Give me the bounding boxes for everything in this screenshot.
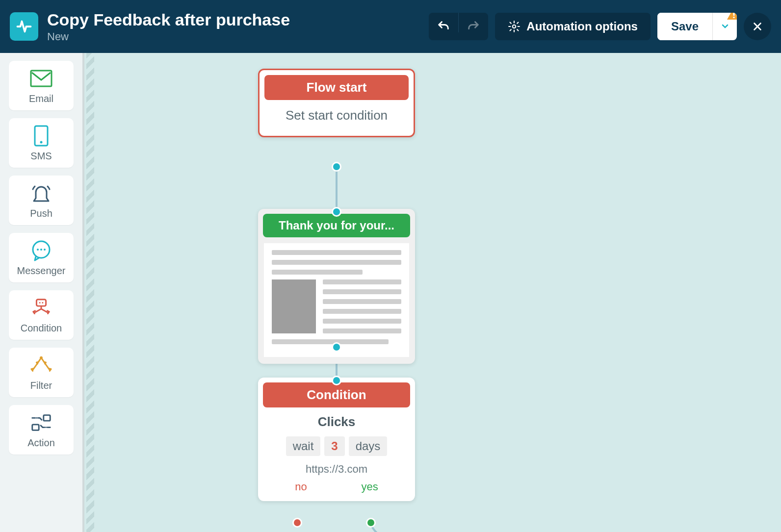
flow-canvas[interactable]: Flow start Set start condition Thank you… [86, 53, 781, 532]
wait-prefix: wait [286, 436, 321, 456]
palette-push[interactable]: Push [9, 176, 74, 225]
email-icon [29, 68, 53, 89]
connector [359, 521, 545, 532]
palette-email[interactable]: Email [9, 61, 74, 110]
port-no[interactable] [292, 518, 302, 528]
palette-action[interactable]: Action [9, 405, 74, 455]
close-button[interactable] [744, 13, 771, 40]
palette-label: Action [27, 437, 55, 449]
palette-filter[interactable]: Filter [9, 348, 74, 397]
branch-yes-label: yes [361, 481, 378, 493]
node-header: Condition [263, 382, 410, 407]
wait-value: 3 [324, 436, 344, 456]
palette-label: SMS [30, 151, 52, 162]
pulse-icon [15, 18, 33, 35]
email-preview [264, 243, 409, 357]
automation-status: New [47, 30, 420, 43]
svg-point-17 [45, 427, 47, 428]
svg-point-8 [40, 249, 42, 251]
automation-options-button[interactable]: Automation options [495, 13, 651, 40]
port-in[interactable] [332, 376, 341, 385]
svg-point-13 [40, 356, 43, 359]
node-email[interactable]: Thank you for your... [258, 209, 415, 364]
svg-rect-1 [733, 13, 735, 16]
undo-icon [437, 20, 450, 33]
port-in[interactable] [332, 207, 341, 217]
port-out[interactable] [332, 342, 341, 352]
svg-point-5 [40, 141, 43, 144]
messenger-icon [29, 240, 53, 261]
palette-sidebar: Email SMS Push Messenger Condition Filte… [0, 53, 84, 532]
app-header: Copy Feedback after purchase New Automat… [0, 0, 781, 53]
node-body: Set start condition [260, 100, 414, 136]
palette-label: Messenger [17, 265, 66, 277]
palette-label: Condition [21, 323, 62, 334]
close-icon [752, 21, 763, 32]
palette-label: Push [30, 208, 52, 219]
palette-label: Filter [30, 380, 52, 391]
svg-point-11 [39, 302, 41, 304]
undo-button[interactable] [429, 13, 458, 40]
condition-metric: Clicks [268, 414, 405, 430]
gear-icon [508, 20, 521, 33]
title-block: Copy Feedback after purchase New [47, 10, 420, 44]
options-label: Automation options [526, 20, 638, 33]
branch-no-label: no [295, 481, 307, 493]
svg-point-16 [36, 417, 37, 419]
sms-icon [29, 125, 53, 147]
palette-messenger[interactable]: Messenger [9, 233, 74, 282]
node-header: Thank you for your... [263, 214, 410, 237]
svg-point-12 [42, 302, 43, 304]
redo-icon [467, 20, 480, 33]
svg-rect-10 [36, 300, 46, 306]
automation-title: Copy Feedback after purchase [47, 10, 420, 30]
history-group [429, 13, 488, 40]
svg-rect-3 [31, 71, 52, 86]
branch-row: no yes [268, 481, 405, 493]
wait-suffix: days [349, 436, 388, 456]
wait-row: wait 3 days [268, 436, 405, 456]
push-icon [29, 182, 53, 204]
condition-icon [29, 297, 53, 319]
header-actions: Automation options Save [429, 13, 771, 40]
svg-point-7 [37, 249, 39, 251]
port-yes[interactable] [366, 518, 376, 528]
port-out[interactable] [332, 162, 341, 172]
palette-label: Email [29, 93, 53, 104]
node-header: Flow start [264, 75, 409, 100]
node-condition[interactable]: Condition Clicks wait 3 days https://3.c… [258, 378, 415, 501]
filter-icon [29, 355, 53, 376]
svg-rect-14 [44, 415, 50, 421]
connector [332, 166, 341, 213]
palette-sms[interactable]: SMS [9, 118, 74, 168]
redo-button[interactable] [459, 13, 488, 40]
svg-point-9 [44, 249, 46, 251]
save-group: Save [657, 13, 737, 40]
chevron-down-icon [722, 24, 729, 29]
app-logo [10, 12, 38, 41]
node-flow-start[interactable]: Flow start Set start condition [258, 69, 415, 137]
warning-icon [726, 13, 737, 22]
action-icon [29, 412, 53, 433]
node-body: Clicks wait 3 days https://3.com no yes [258, 407, 415, 501]
svg-rect-2 [733, 17, 735, 18]
svg-rect-15 [32, 425, 39, 431]
svg-point-0 [513, 25, 516, 28]
condition-url: https://3.com [268, 463, 405, 476]
palette-condition[interactable]: Condition [9, 290, 74, 340]
save-button[interactable]: Save [657, 13, 712, 40]
